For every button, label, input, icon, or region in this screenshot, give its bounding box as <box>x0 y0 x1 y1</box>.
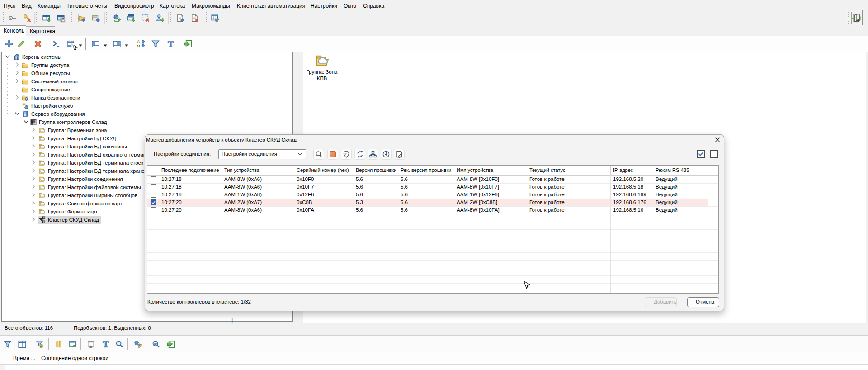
svg-text:ID: ID <box>154 342 157 345</box>
svg-text:IP: IP <box>345 152 348 155</box>
svg-text:Я: Я <box>137 43 140 48</box>
svg-text:.txt: .txt <box>89 346 93 348</box>
